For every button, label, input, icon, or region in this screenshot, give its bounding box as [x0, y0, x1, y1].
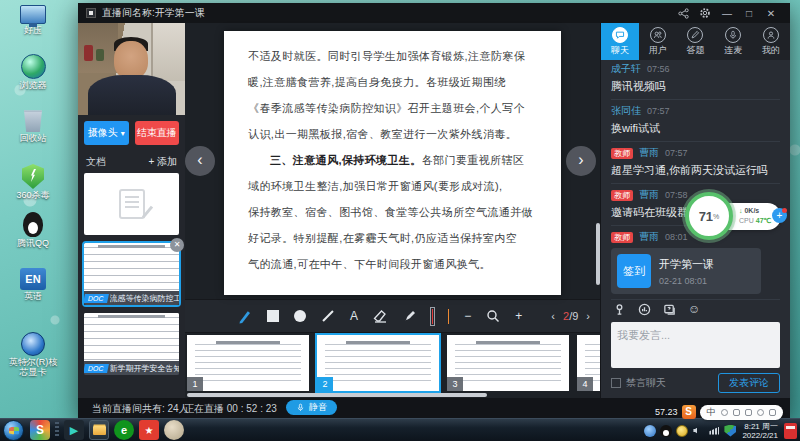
taskbar-browser-icon[interactable]: e — [114, 420, 134, 440]
page-indicator: 2/9 — [563, 310, 578, 322]
system-monitor-overlay[interactable]: ↓ 0K/s CPU 47℃ 71% + — [685, 192, 785, 242]
taskbar-video-player-icon[interactable]: ▶ — [64, 420, 84, 440]
settings-gear-icon[interactable] — [694, 5, 716, 21]
tab-users[interactable]: 用户 — [639, 23, 677, 60]
add-document-button[interactable]: + 添加 — [148, 155, 177, 169]
maximize-button[interactable]: □ — [738, 5, 760, 21]
tab-mine[interactable]: 我的 — [752, 23, 790, 60]
page-thumbnail-2[interactable]: 2 — [317, 335, 439, 391]
tray-coin-icon[interactable] — [676, 425, 688, 437]
page-next-arrow[interactable]: › — [566, 146, 596, 176]
start-button[interactable] — [3, 420, 24, 441]
presenter-figure — [88, 75, 176, 115]
desktop-icon-qq[interactable]: 腾讯QQ — [4, 212, 62, 248]
eraser-tool[interactable] — [373, 308, 388, 324]
ime-mic-icon[interactable] — [733, 409, 740, 416]
document-line: 域的环境卫生整洁,加强日常开窗通风(要形成对流), — [248, 173, 537, 199]
mute-chat-checkbox[interactable] — [611, 378, 621, 388]
system-tray: 8:21 周一 2022/2/21 — [644, 419, 800, 441]
desktop-icon-recycle[interactable]: 回收站 — [4, 108, 62, 143]
tab-chat[interactable]: 聊天 — [601, 23, 639, 60]
ime-skin-icon[interactable] — [769, 409, 776, 416]
cpu-label: CPU — [739, 217, 754, 224]
signin-hand-icon[interactable] — [613, 303, 626, 316]
desktop-icon-intel[interactable]: 英特尔(R)核 芯显卡 — [4, 332, 62, 377]
ime-keyboard-icon[interactable] — [745, 409, 752, 416]
taskbar-app-icon[interactable] — [164, 420, 184, 440]
clock-date: 2022/2/21 — [742, 431, 778, 440]
chat-footer: 禁言聊天 发表评论 — [601, 368, 790, 398]
page-thumbnail-4[interactable]: 4 — [577, 335, 600, 391]
desktop-icon-english[interactable]: EN英语 — [4, 268, 62, 301]
zoom-out-button[interactable]: − — [464, 308, 471, 324]
desktop-icon-browser[interactable]: 浏览器 — [4, 54, 62, 90]
desktop-icon-label: 英语 — [4, 291, 62, 301]
close-button[interactable]: ✕ — [760, 5, 782, 21]
live-timer: 正在直播 00 : 52 : 23 — [184, 402, 277, 416]
sogou-ime-icon[interactable]: S — [682, 405, 696, 419]
tray-notification-icon[interactable] — [784, 423, 797, 439]
tab-quiz[interactable]: 答题 — [677, 23, 715, 60]
post-comment-button[interactable]: 发表评论 — [718, 373, 780, 393]
document-card-safety-notice[interactable]: DOC 新学期开学安全告知书... — [84, 313, 179, 375]
clock-time: 8:21 周一 — [744, 422, 778, 431]
page-prev-button[interactable]: ‹ — [551, 310, 555, 322]
end-stream-button[interactable]: 结束直播 — [135, 121, 180, 145]
desktop-icon-360[interactable]: 360杀毒 — [4, 164, 62, 200]
page-thumbnail-3[interactable]: 3 — [447, 335, 569, 391]
message-time: 07:57 — [665, 148, 688, 158]
monitor-expand-button[interactable]: + — [772, 208, 787, 223]
tray-qq-icon[interactable] — [660, 425, 672, 437]
emoji-icon[interactable]: ☺ — [688, 303, 700, 315]
memory-usage-ring[interactable]: 71% — [685, 192, 733, 240]
desktop-icon-label: 英特尔(R)核 芯显卡 — [4, 357, 62, 377]
tray-browser-icon[interactable] — [644, 425, 656, 437]
document-card-flu-prevention[interactable]: ✕ DOC 流感等传染病防控工作... — [84, 243, 179, 305]
line-tool[interactable] — [321, 308, 335, 324]
horizontal-scrollbar[interactable] — [187, 393, 487, 397]
brush-tool[interactable] — [403, 308, 417, 324]
color-swatch-orange[interactable] — [448, 309, 449, 324]
recycle-bin-icon — [24, 108, 42, 132]
close-icon[interactable]: ✕ — [170, 238, 184, 252]
circle-tool[interactable] — [294, 308, 306, 324]
pencil-tool[interactable] — [237, 308, 252, 324]
poll-icon[interactable] — [638, 303, 651, 316]
text-tool[interactable]: A — [350, 308, 358, 324]
share-icon[interactable] — [672, 5, 694, 21]
window-title: 直播间名称:开学第一课 — [102, 6, 205, 20]
vertical-scrollbar[interactable] — [596, 223, 600, 285]
color-swatch-red[interactable] — [432, 309, 433, 324]
document-line: 气的流通,可在中午、下午时间段开窗通风换气。 — [248, 251, 537, 277]
page-next-button[interactable]: › — [586, 310, 590, 322]
whiteboard-card[interactable] — [84, 173, 179, 235]
page-prev-arrow[interactable]: ‹ — [185, 146, 215, 176]
taskbar-chaoxing-icon[interactable]: ★ — [139, 420, 159, 440]
chat-input[interactable] — [611, 322, 780, 368]
rectangle-tool[interactable] — [267, 308, 279, 324]
desktop-icon-haoya[interactable]: 好压 — [4, 2, 62, 35]
volume-icon[interactable] — [692, 425, 704, 437]
document-line: 不适及时就医。同时引导学生加强体育锻炼,注意防寒保 — [248, 43, 537, 69]
signin-button[interactable]: 签到 — [617, 254, 651, 288]
ime-emoji-icon[interactable] — [721, 409, 728, 416]
tab-mic-connect[interactable]: 连麦 — [714, 23, 752, 60]
minimize-button[interactable]: — — [716, 5, 738, 21]
document-name: 流感等传染病防控工作... — [110, 293, 179, 304]
desktop: 好压 浏览器 回收站 360杀毒 腾讯QQ EN英语 英特尔(R)核 芯显卡 直… — [0, 0, 800, 441]
message-time: 07:56 — [647, 64, 670, 74]
taskbar-explorer-icon[interactable] — [89, 420, 109, 440]
page-thumbnail-1[interactable]: 1 — [187, 335, 309, 391]
network-icon[interactable] — [708, 425, 720, 437]
zoom-in-button[interactable]: + — [515, 308, 522, 324]
quiz-card-icon[interactable] — [663, 303, 676, 316]
taskbar-clock[interactable]: 8:21 周一 2022/2/21 — [740, 422, 780, 440]
taskbar-sogou-icon[interactable]: S — [30, 420, 50, 440]
magnifier-icon[interactable] — [486, 308, 500, 324]
ime-handwriting-icon[interactable] — [757, 409, 764, 416]
security-shield-icon[interactable] — [724, 425, 736, 437]
camera-dropdown-button[interactable]: 摄像头 ▾ — [84, 121, 129, 145]
ime-lang-toggle[interactable]: 中 — [707, 405, 716, 420]
mute-button[interactable]: 静音 — [286, 400, 337, 415]
en-icon: EN — [20, 268, 46, 290]
